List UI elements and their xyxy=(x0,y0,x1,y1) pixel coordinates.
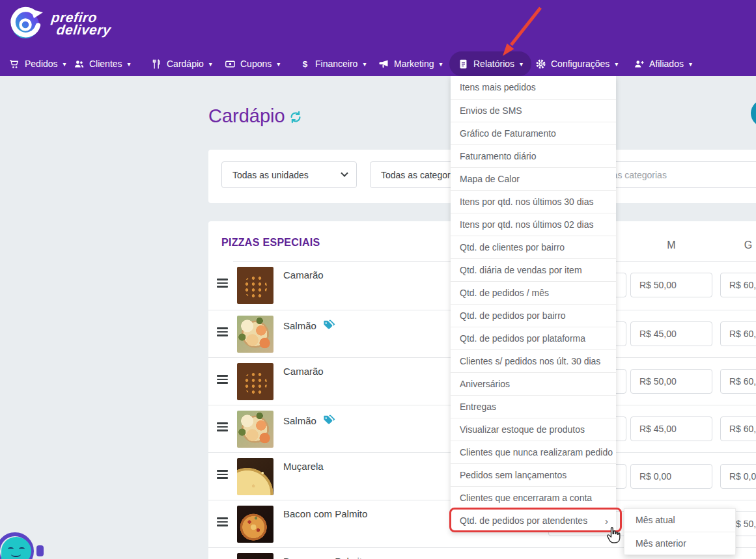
caret-down-icon: ▾ xyxy=(439,61,442,68)
section-title: PIZZAS ESPECIAIS xyxy=(221,237,320,249)
caret-down-icon: ▾ xyxy=(128,61,131,68)
submenu-item[interactable]: Mês anterior xyxy=(624,532,735,554)
menu-item[interactable]: Entregas xyxy=(451,395,616,418)
nav-label: Pedidos xyxy=(25,59,58,69)
drag-handle[interactable] xyxy=(217,517,228,526)
nav-item-marketing[interactable]: Marketing▾ xyxy=(378,51,443,76)
menu-item[interactable]: Clientes s/ pedidos nos últ. 30 dias xyxy=(451,349,616,372)
caret-down-icon: ▾ xyxy=(63,61,66,68)
nav-item-configuracoes[interactable]: Configurações▾ xyxy=(535,51,618,76)
menu-item[interactable]: Clientes que encerraram a conta xyxy=(451,486,616,509)
caret-down-icon: ▾ xyxy=(363,61,366,68)
price-g-input[interactable] xyxy=(720,321,756,346)
headset-earpiece xyxy=(36,545,44,556)
menu-item[interactable]: Itens por qtd. nos últimos 30 dias xyxy=(451,190,616,213)
price-m-input[interactable] xyxy=(630,273,712,297)
price-m-input[interactable] xyxy=(630,416,712,441)
menu-item[interactable]: Clientes que nunca realizaram pedido xyxy=(451,441,616,463)
tag-icon xyxy=(322,413,335,428)
chat-widget-button[interactable] xyxy=(0,528,49,559)
nav-item-cupons[interactable]: Cupons▾ xyxy=(225,51,280,76)
column-header-m: M xyxy=(630,239,712,251)
item-image xyxy=(237,506,273,543)
item-image xyxy=(237,553,273,559)
item-name: Salmão xyxy=(283,320,316,331)
ticket-icon xyxy=(225,59,236,70)
chevron-right-icon: › xyxy=(605,510,608,532)
floating-action-button[interactable] xyxy=(751,100,756,127)
submenu-item[interactable]: Mês atual xyxy=(624,509,735,532)
menu-item[interactable]: Pedidos sem lançamentos xyxy=(451,463,616,486)
app-header: prefiro delivery Pedidos▾Clientes▾Cardáp… xyxy=(0,0,756,76)
utensils-icon xyxy=(151,59,162,70)
nav-item-clientes[interactable]: Clientes▾ xyxy=(74,51,131,76)
drag-handle[interactable] xyxy=(217,422,228,431)
item-name: Muçarela xyxy=(283,461,324,472)
caret-down-icon: ▾ xyxy=(520,61,523,68)
menu-item[interactable]: Aniversários xyxy=(451,372,616,395)
nav-item-relatorios[interactable]: Relatórios▾ xyxy=(449,51,531,76)
drag-handle[interactable] xyxy=(217,327,228,336)
menu-item[interactable]: Qtd. de pedidos / mês xyxy=(451,281,616,304)
price-g-input[interactable] xyxy=(720,464,756,489)
report-icon xyxy=(458,59,469,70)
reports-dropdown-menu: Itens mais pedidosEnvios de SMSGráfico d… xyxy=(451,76,616,532)
nav-label: Configurações xyxy=(551,59,609,69)
chevron-down-icon xyxy=(341,169,348,176)
menu-item[interactable]: Envios de SMS xyxy=(451,99,616,122)
menu-item[interactable]: Qtd. de pedidos por plataforma xyxy=(451,327,616,349)
price-m-input[interactable] xyxy=(630,369,712,394)
menu-item[interactable]: Faturamento diário xyxy=(451,144,616,167)
tag-icon xyxy=(322,318,335,333)
user-plus-icon xyxy=(634,59,645,70)
item-name: Camarão xyxy=(283,269,324,280)
caret-down-icon: ▾ xyxy=(209,61,212,68)
categories-select-value: Todas as categorias xyxy=(381,170,462,180)
menu-item[interactable]: Mapa de Calor xyxy=(451,167,616,190)
nav-item-afiliados[interactable]: Afiliados▾ xyxy=(634,51,692,76)
item-image xyxy=(237,458,273,495)
users-icon xyxy=(74,59,85,70)
nav-label: Marketing xyxy=(394,59,434,69)
drag-handle[interactable] xyxy=(217,375,228,384)
refresh-icon[interactable] xyxy=(288,110,303,124)
menu-item[interactable]: Itens mais pedidos xyxy=(451,76,616,99)
price-g-input[interactable] xyxy=(720,369,756,394)
dollar-icon: $ xyxy=(300,59,311,70)
drag-handle[interactable] xyxy=(217,279,228,288)
units-select[interactable]: Todas as unidades xyxy=(221,161,357,188)
item-name: Camarão xyxy=(283,366,324,377)
menu-item[interactable]: Gráfico de Faturamento xyxy=(451,122,616,144)
menu-item[interactable]: Qtd. diária de vendas por item xyxy=(451,258,616,281)
item-image xyxy=(237,316,273,353)
price-g-input[interactable] xyxy=(720,416,756,441)
item-image xyxy=(237,411,273,448)
menu-item[interactable]: Itens por qtd. nos últimos 02 dias xyxy=(451,213,616,236)
price-m-input[interactable] xyxy=(630,464,712,489)
cart-icon xyxy=(9,59,20,70)
nav-item-financeiro[interactable]: $Financeiro▾ xyxy=(300,51,366,76)
caret-down-icon: ▾ xyxy=(277,61,280,68)
nav-item-pedidos[interactable]: Pedidos▾ xyxy=(9,51,66,76)
nav-label: Cardápio xyxy=(167,59,204,69)
item-image xyxy=(237,363,273,400)
caret-down-icon: ▾ xyxy=(689,61,692,68)
nav-label: Financeiro xyxy=(315,59,357,69)
page-title: Cardápio xyxy=(208,105,285,127)
menu-item-label: Qtd. de pedidos por atendentes xyxy=(460,515,587,526)
item-name: Bacon com Palmito xyxy=(283,508,367,519)
brand-logo[interactable]: prefiro delivery xyxy=(9,5,111,42)
nav-label: Clientes xyxy=(89,59,122,69)
menu-item[interactable]: Visualizar estoque de produtos xyxy=(451,418,616,441)
menu-item[interactable]: Qtd. de clientes por bairro xyxy=(451,236,616,258)
menu-item-qtd-pedidos-por-atendentes[interactable]: Qtd. de pedidos por atendentes› xyxy=(451,509,616,532)
nav-item-cardapio[interactable]: Cardápio▾ xyxy=(151,51,212,76)
menu-item[interactable]: Qtd. de pedidos por bairro xyxy=(451,304,616,327)
nav-label: Cupons xyxy=(240,59,272,69)
item-image xyxy=(237,267,273,304)
price-g-input[interactable] xyxy=(720,273,756,297)
drag-handle[interactable] xyxy=(217,470,228,479)
price-m-input[interactable] xyxy=(630,321,712,346)
units-select-value: Todas as unidades xyxy=(232,170,309,180)
column-header-g: G xyxy=(720,239,756,251)
